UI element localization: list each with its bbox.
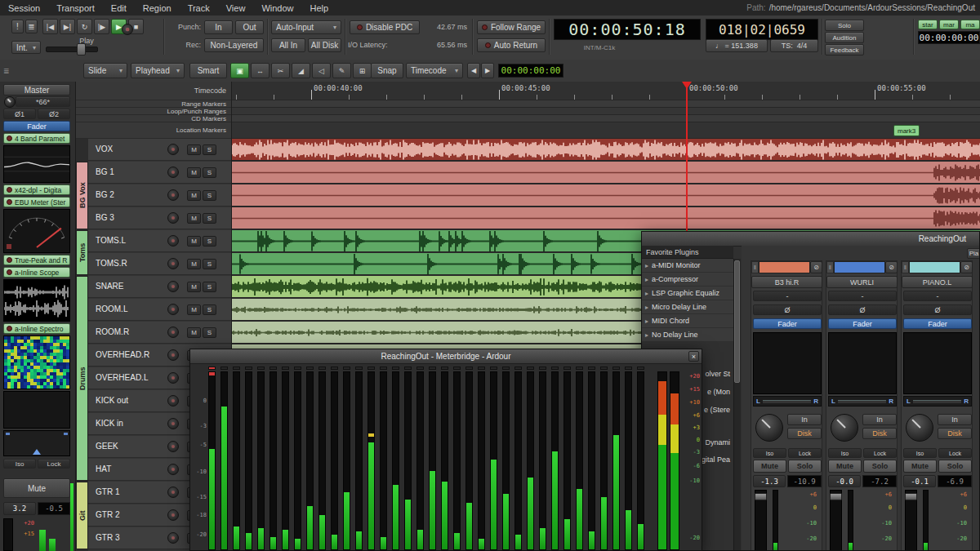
record-arm-button[interactable] [167, 304, 179, 315]
strip-peak-display[interactable]: -10.9 [787, 475, 822, 487]
strip-gain-display[interactable]: -0.0 [828, 475, 861, 487]
record-arm-button[interactable] [167, 235, 179, 247]
track-group-tab-bg-vox[interactable]: BG Vox [76, 162, 88, 229]
track-header-bg-1[interactable]: BG 1MS [88, 162, 231, 184]
menu-item-view[interactable]: View [226, 3, 246, 13]
track-header-room-l[interactable]: ROOM.LMS [88, 299, 231, 321]
clip-indicator[interactable] [318, 367, 326, 370]
master-gain-display[interactable]: 3.2 [3, 502, 36, 515]
record-arm-button[interactable] [167, 464, 179, 475]
record-arm-button[interactable] [167, 212, 179, 224]
follow-range-button[interactable]: Follow Range [477, 20, 546, 34]
track-group-tab-git[interactable]: Git [76, 482, 88, 549]
strip-trim-knob[interactable] [831, 414, 858, 442]
strip-panner[interactable]: LR [828, 396, 897, 407]
auto-return-button[interactable]: Auto Return [477, 38, 546, 52]
track-mute-button[interactable]: M [187, 282, 201, 292]
clip-indicator[interactable] [441, 367, 448, 370]
track-mute-button[interactable]: M [187, 144, 201, 155]
favorite-plugins-header[interactable]: Favorite Plugins [642, 246, 733, 259]
track-header-toms-l[interactable]: TOMS.LMS [88, 230, 231, 252]
clip-indicator[interactable] [233, 367, 240, 370]
track-solo-button[interactable]: S [203, 282, 216, 292]
clip-indicator[interactable] [539, 367, 546, 370]
solo-iso-button[interactable]: Iso [903, 448, 937, 458]
strip-fader-processor[interactable]: Fader [828, 318, 897, 329]
phase-1-button[interactable]: Ø1 [3, 109, 36, 119]
eq-curve-display[interactable] [3, 145, 70, 183]
clip-indicator[interactable] [368, 367, 375, 370]
clip-indicator[interactable] [355, 367, 363, 370]
track-lane-bg-3[interactable] [232, 207, 980, 229]
record-arm-button[interactable] [167, 532, 179, 544]
record-arm-button[interactable] [167, 167, 179, 178]
strip-phase-button[interactable]: Ø [753, 304, 822, 315]
record-button[interactable]: ● [122, 24, 133, 35]
tempo-button[interactable]: ♩ = 151.388 [706, 39, 768, 52]
master-peak-display[interactable]: -0.5 [38, 502, 70, 515]
close-icon[interactable]: × [688, 351, 699, 362]
clip-indicator[interactable] [270, 367, 277, 370]
clip-indicator[interactable] [612, 367, 620, 370]
audition-tool-button[interactable]: ◁ [312, 63, 331, 78]
clip-indicator[interactable] [625, 367, 632, 370]
strip-gain-display[interactable]: -0.1 [903, 475, 936, 487]
solo-lock-button[interactable]: Lock [788, 448, 822, 458]
processor-inline-spectrogram[interactable]: a-Inline Spectro [3, 323, 70, 334]
record-arm-button[interactable] [167, 441, 179, 452]
disable-pdc-button[interactable]: Disable PDC [350, 20, 420, 34]
strip-trim-button[interactable]: - [828, 291, 897, 301]
menu-item-session[interactable]: Session [8, 3, 40, 13]
monitor-disk-button[interactable]: Disk [862, 428, 897, 439]
goto-start-button[interactable]: |◀ [42, 19, 58, 34]
cut-tool-button[interactable]: ✂ [271, 63, 290, 78]
snap-button[interactable]: Snap [371, 63, 403, 78]
draw-tool-button[interactable]: ✎ [332, 63, 351, 78]
favorite-plugin-item[interactable]: ▸a-Compressor [642, 273, 733, 287]
expander-icon[interactable]: ▸ [645, 318, 648, 325]
all-disk-button[interactable]: All Disk [308, 38, 341, 52]
clip-indicator[interactable] [490, 367, 497, 370]
track-header-bg-2[interactable]: BG 2MS [88, 184, 231, 207]
favorites-scrollbar-thumb[interactable] [734, 260, 740, 383]
pan-handle-right[interactable] [64, 433, 68, 435]
grab-tool-button[interactable]: ▣ [230, 63, 249, 78]
meterbridge-titlebar[interactable]: ReachingOut - Meterbridge - Ardour [190, 349, 702, 364]
sync-source-display[interactable]: INT/M-C1k [554, 42, 645, 52]
scope-display[interactable] [3, 279, 70, 322]
panner-display[interactable] [3, 430, 70, 456]
mini-button-partial[interactable]: ma [960, 20, 980, 29]
track-header-room-r[interactable]: ROOM.RMS [88, 322, 231, 344]
pan-slot[interactable] [763, 400, 811, 403]
nudge-forward-button[interactable]: ▶ [481, 63, 494, 78]
processor-true-peak[interactable]: True-Peak and R [3, 255, 70, 265]
all-in-button[interactable]: All In [271, 38, 305, 52]
menu-item-edit[interactable]: Edit [111, 3, 127, 13]
midi-panic-button[interactable]: ≣ [25, 20, 38, 33]
solo-iso-button[interactable]: Iso [753, 448, 786, 458]
solo-iso-button[interactable]: Iso [828, 448, 862, 458]
strip-color-bar[interactable] [759, 261, 810, 273]
solo-lock-button[interactable]: Lock [938, 448, 972, 458]
record-mode-button[interactable]: Non-Layered [204, 38, 264, 52]
monitor-input-button[interactable]: In [938, 414, 972, 425]
track-mute-button[interactable]: M [187, 259, 201, 269]
strip-mute-button[interactable]: Mute [903, 460, 937, 473]
strip-name-button[interactable]: PIANO.L [902, 276, 973, 288]
clip-indicator[interactable] [257, 367, 265, 370]
track-mute-button[interactable]: M [187, 190, 201, 201]
track-solo-button[interactable]: S [203, 327, 216, 338]
record-arm-button[interactable] [167, 372, 179, 384]
clip-indicator[interactable] [527, 367, 534, 370]
clip-indicator[interactable] [453, 367, 461, 370]
master-meta-button[interactable]: *66* [16, 96, 70, 107]
loop-button[interactable]: ↻ [77, 19, 92, 34]
strip-mute-button[interactable]: Mute [753, 460, 786, 473]
shuttle-slider-thumb[interactable] [77, 43, 86, 56]
clip-indicator[interactable] [478, 367, 485, 370]
processor-inline-scope[interactable]: a-Inline Scope [3, 267, 70, 278]
secondary-clock-bbt[interactable]: 018|02|0659 [706, 19, 818, 40]
record-arm-button[interactable] [167, 327, 179, 338]
expander-icon[interactable]: ▸ [645, 304, 648, 311]
strip-phase-button[interactable]: Ø [828, 304, 897, 315]
